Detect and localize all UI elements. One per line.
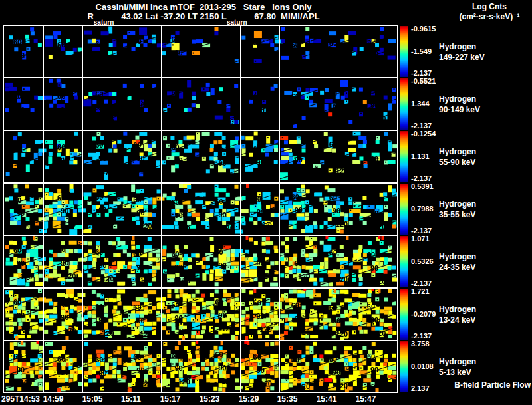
colorbar-tick-max: -0.5521 (411, 77, 452, 85)
species-label: Hydrogen (439, 146, 476, 157)
spectrogram-panel-6 (3, 288, 398, 340)
colorbar-unit-line1: Log Cnts (447, 2, 532, 12)
time-tick-2: 14:59 (37, 394, 70, 404)
colorbar-unit-line2: (cm²-sr-s-keV)⁻¹ (447, 12, 532, 22)
panel-label-2: Hydrogen 90-149 keV (439, 94, 480, 115)
time-tick-7: 15:29 (232, 394, 265, 404)
colorbar-tick-min: -2.137 (411, 227, 452, 235)
panel-image-7 (4, 341, 397, 392)
colorbar-tick-max: 3.758 (411, 340, 452, 348)
colorbar-tick-max: 1.721 (411, 287, 452, 295)
time-tick-9: 15:41 (310, 394, 343, 404)
energy-label: 149-227 keV (439, 52, 485, 63)
panel-row-6: 1.721 -0.2079 -2.137 Hydrogen 13-24 keV (0, 288, 532, 340)
spectrogram-panel-7 (3, 340, 398, 393)
panel-label-3: Hydrogen 55-90 keV (439, 146, 476, 168)
colorbar-tick-max: -0.9615 (411, 25, 452, 33)
panel-image-6 (4, 289, 397, 340)
subtitle-mid: 43.02 Lat -37.20 LT 2150 L (114, 11, 227, 21)
colorbar-1 (400, 26, 408, 77)
subtitle-r-subscript: saturn (94, 19, 114, 26)
colorbar-tick-min: -2.137 (411, 174, 452, 182)
colorbar-6 (400, 289, 408, 340)
cassini-mimi-plot: Cassini/MIMI Inca mTOF 2013-295 Stare Io… (0, 0, 532, 405)
panel-row-5: 1.071 0.5326 -2.137 Hydrogen 24-35 keV (0, 235, 532, 288)
bfield-particle-flow-note: B-field Particle Flow (418, 380, 531, 390)
colorbar-tick-max: 1.071 (411, 235, 452, 243)
panel-label-6: Hydrogen 13-24 keV (439, 304, 476, 325)
panel-image-3 (4, 131, 397, 182)
subtitle-r: R (87, 11, 93, 21)
time-tick-5: 15:17 (154, 394, 187, 404)
panel-label-7: Hydrogen 5-13 keV (439, 356, 476, 378)
colorbar-4 (400, 184, 408, 235)
spectrogram-panel-1 (3, 25, 398, 78)
time-tick-3: 15:05 (76, 394, 109, 404)
panel-row-4: 0.5391 0.7988 -2.137 Hydrogen 35-55 keV (0, 183, 532, 235)
time-tick-8: 15:35 (271, 394, 304, 404)
spectrogram-panel-2 (3, 78, 398, 130)
colorbar-unit-label: Log Cnts (cm²-sr-s-keV)⁻¹ (447, 2, 532, 22)
colorbar-5 (400, 236, 408, 287)
energy-label: 90-149 keV (439, 104, 480, 115)
species-label: Hydrogen (439, 356, 476, 367)
species-label: Hydrogen (439, 94, 480, 104)
species-label: Hydrogen (439, 251, 476, 262)
colorbar-tick-min: -2.137 (411, 69, 452, 77)
species-label: Hydrogen (439, 304, 476, 315)
colorbar-tick-min: -2.137 (411, 122, 452, 130)
colorbar-tick-max: 0.5391 (411, 182, 452, 190)
subtitle: Rsaturn 43.02 Lat -37.20 LT 2150 Lsaturn… (0, 11, 407, 21)
panel-image-4 (4, 184, 397, 235)
panel-row-1: -0.9615 -1.549 -2.137 Hydrogen 149-227 k… (0, 25, 532, 78)
energy-label: 35-55 keV (439, 209, 476, 220)
colorbar-3 (400, 131, 408, 182)
species-label: Hydrogen (439, 41, 485, 52)
energy-label: 5-13 keV (439, 367, 476, 378)
time-tick-6: 15:23 (193, 394, 226, 404)
energy-label: 13-24 keV (439, 315, 476, 325)
colorbar-tick-min: -2.137 (411, 332, 452, 340)
subtitle-l-subscript: saturn (227, 19, 247, 26)
spectrogram-panel-3 (3, 130, 398, 183)
panel-label-4: Hydrogen 35-55 keV (439, 199, 476, 220)
spectrogram-panel-5 (3, 235, 398, 288)
panel-label-5: Hydrogen 24-35 keV (439, 251, 476, 273)
time-tick-4: 15:11 (114, 394, 148, 404)
spectrogram-panel-4 (3, 183, 398, 235)
panel-image-1 (4, 26, 397, 77)
time-tick-10: 15:47 (349, 394, 382, 404)
species-label: Hydrogen (439, 199, 476, 209)
colorbar-tick-min: -2.137 (411, 279, 452, 287)
panel-label-1: Hydrogen 149-227 keV (439, 41, 485, 63)
energy-label: 24-35 keV (439, 262, 476, 273)
colorbar-tick-max: -0.1254 (411, 130, 452, 138)
panel-image-5 (4, 236, 397, 287)
time-tick-1: 295T14:53 (1, 394, 40, 404)
panel-image-2 (4, 78, 397, 130)
subtitle-end: 67.80 MIMI/APL (247, 11, 320, 21)
panel-row-2: -0.5521 1.344 -2.137 Hydrogen 90-149 keV (0, 78, 532, 130)
panel-row-3: -0.1254 1.131 -2.137 Hydrogen 55-90 keV (0, 130, 532, 183)
page-title: Cassini/MIMI Inca mTOF 2013-295 Stare Io… (0, 2, 407, 12)
energy-label: 55-90 keV (439, 157, 476, 168)
colorbar-7 (400, 341, 408, 392)
colorbar-2 (400, 78, 408, 130)
